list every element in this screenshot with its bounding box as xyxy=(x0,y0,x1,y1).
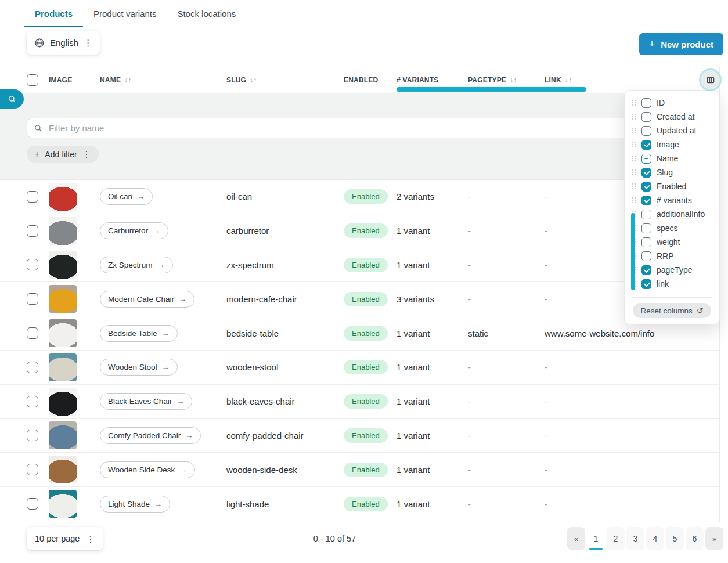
product-name-button[interactable]: Wooden Side Desk → xyxy=(100,461,195,478)
status-badge: Enabled xyxy=(344,189,388,204)
scrollbar-gutter[interactable] xyxy=(719,67,728,522)
page-button[interactable]: 2 xyxy=(607,527,625,550)
column-header[interactable]: NAME ↓↑ xyxy=(100,76,226,84)
prev-page-button[interactable]: « xyxy=(567,527,585,550)
page-button[interactable]: 4 xyxy=(646,527,664,550)
column-checkbox[interactable] xyxy=(641,126,651,136)
pagetype-cell: - xyxy=(468,294,545,304)
column-picker-item[interactable]: Created at xyxy=(625,110,719,124)
column-picker-item[interactable]: Name xyxy=(625,151,719,165)
row-checkbox[interactable] xyxy=(27,293,38,305)
tab[interactable]: Product variants xyxy=(83,0,167,27)
drag-handle-icon[interactable] xyxy=(632,169,636,176)
next-page-button[interactable]: » xyxy=(705,527,723,550)
horizontal-scrollbar[interactable] xyxy=(397,87,586,92)
column-header[interactable]: SLUG ↓↑ xyxy=(226,76,344,84)
product-name-button[interactable]: Zx Spectrum → xyxy=(100,257,173,273)
sort-icon[interactable]: ↓↑ xyxy=(124,76,131,84)
tab[interactable]: Products xyxy=(24,0,83,27)
row-checkbox[interactable] xyxy=(27,225,38,237)
column-checkbox[interactable] xyxy=(641,251,651,261)
drag-handle-icon[interactable] xyxy=(632,142,636,148)
column-checkbox[interactable] xyxy=(641,196,651,205)
column-checkbox[interactable] xyxy=(641,98,651,108)
column-checkbox[interactable] xyxy=(641,210,651,219)
kebab-menu-icon[interactable]: ⋮ xyxy=(84,38,92,47)
new-product-button[interactable]: + New product xyxy=(639,33,723,55)
column-checkbox[interactable] xyxy=(641,182,651,192)
product-name-button[interactable]: Comfy Padded Chair → xyxy=(100,427,201,444)
column-checkbox[interactable] xyxy=(641,279,651,289)
column-picker-item[interactable]: ID xyxy=(625,96,719,110)
column-picker-button[interactable] xyxy=(701,70,720,89)
product-name-button[interactable]: Modern Cafe Chair → xyxy=(100,291,194,308)
row-checkbox[interactable] xyxy=(27,464,38,475)
column-picker-item[interactable]: # variants xyxy=(625,193,719,207)
column-picker-item[interactable]: weight xyxy=(625,235,719,249)
search-fab-button[interactable] xyxy=(0,89,24,109)
product-name-button[interactable]: Carburretor → xyxy=(100,222,168,239)
page-button[interactable]: 6 xyxy=(686,527,704,550)
row-checkbox[interactable] xyxy=(27,191,38,203)
drag-handle-icon[interactable] xyxy=(632,100,636,106)
select-all-checkbox[interactable] xyxy=(27,74,38,86)
column-checkbox[interactable] xyxy=(641,112,651,122)
column-picker-item[interactable]: Image xyxy=(625,138,719,151)
column-picker-item[interactable]: pageType xyxy=(625,263,719,277)
product-name-button[interactable]: Light Shade → xyxy=(100,496,170,513)
product-name-button[interactable]: Oil can → xyxy=(100,188,153,205)
page-number: 1 xyxy=(594,534,599,543)
reset-columns-button[interactable]: Reset columns ↺ xyxy=(633,303,711,318)
column-checkbox[interactable] xyxy=(641,265,651,275)
sort-icon[interactable]: ↓↑ xyxy=(250,76,257,84)
page-button[interactable]: 5 xyxy=(666,527,684,550)
column-checkbox[interactable] xyxy=(641,168,651,178)
drag-handle-icon[interactable] xyxy=(632,183,636,190)
product-name-button[interactable]: Wooden Stool → xyxy=(100,359,178,376)
column-header[interactable]: # VARIANTS ↓↑ xyxy=(397,76,468,84)
drag-handle-icon[interactable] xyxy=(632,197,636,204)
column-checkbox[interactable] xyxy=(641,223,651,233)
column-picker-item[interactable]: specs xyxy=(625,221,719,235)
name-cell: Carburretor → xyxy=(100,222,226,239)
table-row: Oil can → oil-can Enabled 2 variants - - xyxy=(0,180,720,214)
column-picker-item[interactable]: RRP xyxy=(625,249,719,263)
sort-icon[interactable]: ↓↑ xyxy=(510,76,517,84)
product-name-button[interactable]: Black Eaves Chair → xyxy=(100,393,192,410)
kebab-menu-icon[interactable]: ⋮ xyxy=(82,150,91,158)
column-header[interactable]: LINK ↓↑ xyxy=(545,76,720,84)
column-picker-item[interactable]: additionalInfo xyxy=(625,207,719,221)
column-picker-item[interactable]: Updated at xyxy=(625,124,719,138)
column-picker-item[interactable]: Slug xyxy=(625,165,719,179)
product-slug: modern-cafe-chair xyxy=(226,294,344,304)
row-checkbox[interactable] xyxy=(27,362,38,373)
row-checkbox[interactable] xyxy=(27,327,38,339)
column-picker-item[interactable]: Enabled xyxy=(625,179,719,193)
filter-by-name-input[interactable] xyxy=(48,122,713,133)
row-checkbox[interactable] xyxy=(27,259,38,270)
column-header[interactable]: IMAGE ↓↑ xyxy=(49,76,100,84)
column-checkbox[interactable] xyxy=(641,154,651,164)
vertical-scrollbar[interactable] xyxy=(631,213,635,290)
column-header[interactable]: ENABLED ↓↑ xyxy=(344,76,397,84)
row-checkbox[interactable] xyxy=(27,396,38,407)
column-checkbox[interactable] xyxy=(641,237,651,247)
page-button[interactable]: 1 xyxy=(587,527,605,550)
page-button[interactable]: 3 xyxy=(626,527,644,550)
variants-cell: 1 variant xyxy=(397,362,468,372)
products-page: Products Product variants Stock location… xyxy=(0,0,728,563)
column-checkbox[interactable] xyxy=(641,140,651,150)
row-checkbox[interactable] xyxy=(27,498,38,510)
add-filter-button[interactable]: + Add filter ⋮ xyxy=(27,146,99,163)
product-name-button[interactable]: Bedside Table → xyxy=(100,325,178,342)
divider xyxy=(632,297,712,298)
language-selector[interactable]: English ⋮ xyxy=(27,31,100,55)
column-picker-item[interactable]: link xyxy=(625,277,719,291)
drag-handle-icon[interactable] xyxy=(632,128,636,134)
column-header[interactable]: PAGETYPE ↓↑ xyxy=(468,76,545,84)
tab[interactable]: Stock locations xyxy=(167,0,246,27)
row-checkbox[interactable] xyxy=(27,430,38,441)
sort-icon[interactable]: ↓↑ xyxy=(565,76,572,84)
drag-handle-icon[interactable] xyxy=(632,114,636,120)
drag-handle-icon[interactable] xyxy=(632,156,636,162)
